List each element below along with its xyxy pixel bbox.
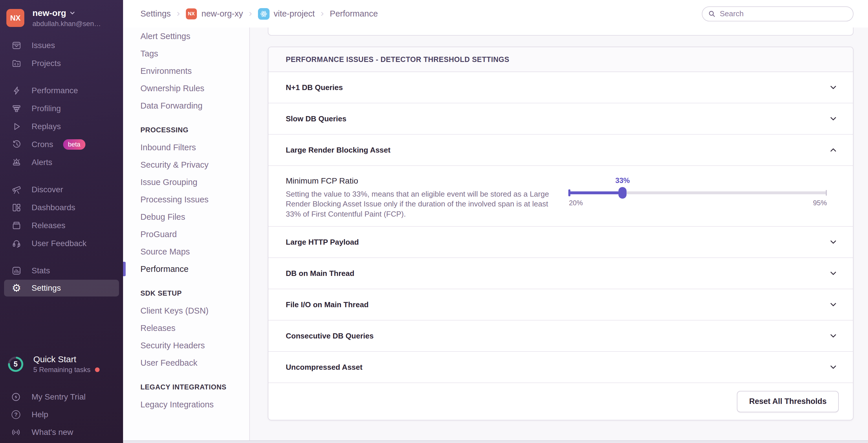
detail-title: Minimum FCP Ratio <box>286 176 561 186</box>
panel-header: PERFORMANCE ISSUES - DETECTOR THRESHOLD … <box>269 47 853 72</box>
settings-nav-header-legacy-integrations: LEGACY INTEGRATIONS <box>141 378 249 396</box>
org-switcher[interactable]: NX new-org abdullah.khan@sen… <box>0 0 123 28</box>
sidebar-item-whats-new[interactable]: What's new <box>0 423 123 441</box>
sidebar-item-my-sentry-trial[interactable]: My Sentry Trial <box>0 388 123 406</box>
sidebar-item-help[interactable]: ? Help <box>0 406 123 423</box>
search-icon <box>708 10 716 18</box>
sidebar-item-performance[interactable]: Performance <box>0 82 123 100</box>
user-feedback-icon <box>11 239 22 248</box>
sidebar-item-replays[interactable]: Replays <box>0 118 123 135</box>
issues-icon <box>11 40 22 51</box>
detector-row-db-on-main-thread[interactable]: DB on Main Thread <box>269 258 853 289</box>
beta-badge: beta <box>63 139 85 150</box>
chevron-down-icon <box>69 10 75 16</box>
breadcrumb: Settings NX new-org-xy vite-project Perf… <box>141 8 378 20</box>
chevron-right-icon <box>176 11 181 17</box>
detector-row-n1-db-queries[interactable]: N+1 DB Queries <box>269 72 853 103</box>
sidebar-item-alerts[interactable]: Alerts <box>0 154 123 171</box>
settings-nav-releases[interactable]: Releases <box>141 319 249 337</box>
sidebar-item-dashboards[interactable]: Dashboards <box>0 199 123 217</box>
slider-thumb[interactable] <box>618 187 626 199</box>
notification-dot <box>95 368 100 372</box>
settings-nav-header-processing: PROCESSING <box>141 121 249 139</box>
settings-nav-processing-issues[interactable]: Processing Issues <box>141 191 249 208</box>
detector-row-uncompressed-asset[interactable]: Uncompressed Asset <box>269 352 853 383</box>
chevron-up-icon <box>829 145 838 155</box>
sidebar-item-issues[interactable]: Issues <box>0 36 123 55</box>
quick-start-title: Quick Start <box>33 354 100 364</box>
alerts-icon <box>11 158 22 167</box>
settings-nav-performance[interactable]: Performance <box>141 260 249 278</box>
sidebar-item-projects[interactable]: Projects <box>0 55 123 72</box>
settings-nav-user-feedback[interactable]: User Feedback <box>141 354 249 372</box>
detector-row-large-http-payload[interactable]: Large HTTP Payload <box>269 227 853 258</box>
stats-icon <box>11 266 22 276</box>
settings-nav-alert-settings[interactable]: Alert Settings <box>141 28 249 45</box>
settings-nav-client-keys[interactable]: Client Keys (DSN) <box>141 302 249 319</box>
settings-nav-header-sdk-setup: SDK SETUP <box>141 285 249 302</box>
chevron-right-icon <box>248 11 253 17</box>
settings-nav-data-forwarding[interactable]: Data Forwarding <box>141 97 249 114</box>
settings-nav-environments[interactable]: Environments <box>141 62 249 80</box>
settings-nav-tags[interactable]: Tags <box>141 45 249 62</box>
crons-icon <box>11 139 22 149</box>
trial-bolt-icon <box>11 392 20 401</box>
chevron-down-icon <box>829 83 838 92</box>
slider-track[interactable] <box>569 191 827 194</box>
slider-min-label: 20% <box>569 199 583 207</box>
react-icon <box>258 8 270 20</box>
detector-row-consecutive-db-queries[interactable]: Consecutive DB Queries <box>269 320 853 352</box>
help-icon: ? <box>11 410 20 419</box>
sidebar-item-crons[interactable]: Crons beta <box>0 135 123 154</box>
quick-start-count: 5 <box>8 356 24 372</box>
chevron-down-icon <box>829 331 838 341</box>
sidebar-item-stats[interactable]: Stats <box>0 262 123 280</box>
breadcrumb-project[interactable]: vite-project <box>258 8 315 20</box>
settings-nav-ownership-rules[interactable]: Ownership Rules <box>141 80 249 97</box>
fcp-ratio-slider[interactable]: 33% 20% 95% <box>569 176 827 207</box>
top-bar: Settings NX new-org-xy vite-project Perf… <box>123 0 868 28</box>
detector-row-slow-db-queries[interactable]: Slow DB Queries <box>269 103 853 135</box>
settings-nav-legacy-integrations[interactable]: Legacy Integrations <box>141 396 249 413</box>
detail-description: Setting the value to 33%, means that an … <box>286 189 561 219</box>
sidebar-item-settings[interactable]: ⚙ Settings <box>4 280 119 296</box>
breadcrumb-org[interactable]: new-org-xy <box>202 9 243 19</box>
releases-icon <box>11 221 22 230</box>
settings-nav-security-headers[interactable]: Security Headers <box>141 337 249 354</box>
profiling-icon <box>11 104 22 114</box>
reset-all-thresholds-button[interactable]: Reset All Thresholds <box>737 391 839 412</box>
quick-start[interactable]: 5 Quick Start 5 Remaining tasks <box>0 354 123 374</box>
sidebar-item-user-feedback[interactable]: User Feedback <box>0 234 123 252</box>
bottom-scroll-strip[interactable] <box>123 440 868 443</box>
sidebar-item-discover[interactable]: Discover <box>0 181 123 199</box>
slider-value-label: 33% <box>615 176 630 185</box>
broadcast-icon <box>11 428 20 437</box>
settings-nav-security-privacy[interactable]: Security & Privacy <box>141 156 249 173</box>
performance-icon <box>11 86 22 96</box>
replays-icon <box>11 122 22 131</box>
settings-nav-debug-files[interactable]: Debug Files <box>141 208 249 226</box>
chevron-right-icon <box>319 11 325 17</box>
settings-nav-proguard[interactable]: ProGuard <box>141 226 249 243</box>
settings-nav-source-maps[interactable]: Source Maps <box>141 243 249 260</box>
detector-row-file-io-on-main-thread[interactable]: File I/O on Main Thread <box>269 289 853 320</box>
sidebar-item-releases[interactable]: Releases <box>0 217 123 234</box>
dashboards-icon <box>11 203 22 213</box>
sidebar-item-profiling[interactable]: Profiling <box>0 100 123 118</box>
settings-nav-inbound-filters[interactable]: Inbound Filters <box>141 139 249 156</box>
slider-max-label: 95% <box>813 199 827 207</box>
detector-row-large-render-blocking-asset[interactable]: Large Render Blocking Asset <box>269 135 853 166</box>
search-input[interactable] <box>720 9 847 18</box>
chevron-down-icon <box>829 238 838 247</box>
settings-content: PERFORMANCE ISSUES - DETECTOR THRESHOLD … <box>250 28 868 443</box>
settings-nav-issue-grouping[interactable]: Issue Grouping <box>141 173 249 191</box>
org-name: new-org <box>32 8 66 18</box>
slider-fill <box>569 191 622 194</box>
discover-icon <box>11 185 22 195</box>
gear-icon: ⚙ <box>11 283 22 293</box>
breadcrumb-settings[interactable]: Settings <box>141 9 171 19</box>
org-avatar: NX <box>6 9 24 27</box>
projects-icon <box>11 59 22 68</box>
search-box[interactable] <box>702 6 854 22</box>
expanded-detail: Minimum FCP Ratio Setting the value to 3… <box>269 166 853 227</box>
